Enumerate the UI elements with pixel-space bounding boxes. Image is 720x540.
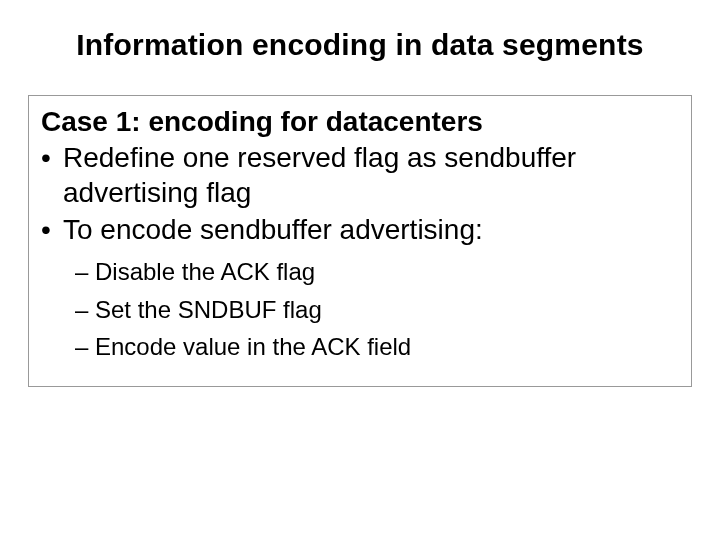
- bullet-item: •Redefine one reserved flag as sendbuffe…: [41, 140, 679, 210]
- bullet-list: •Redefine one reserved flag as sendbuffe…: [41, 140, 679, 247]
- subbullet-text: Encode value in the ACK field: [95, 333, 411, 360]
- dash-icon: –: [75, 255, 95, 289]
- dash-icon: –: [75, 330, 95, 364]
- case-subhead: Case 1: encoding for datacenters: [41, 106, 679, 138]
- slide: Information encoding in data segments Ca…: [0, 0, 720, 540]
- subbullet-list: –Disable the ACK flag –Set the SNDBUF fl…: [41, 255, 679, 364]
- subbullet-text: Disable the ACK flag: [95, 258, 315, 285]
- bullet-icon: •: [41, 140, 63, 175]
- subbullet-text: Set the SNDBUF flag: [95, 296, 322, 323]
- slide-title: Information encoding in data segments: [0, 28, 720, 61]
- content-box: Case 1: encoding for datacenters •Redefi…: [28, 95, 692, 387]
- bullet-text: To encode sendbuffer advertising:: [63, 214, 483, 245]
- bullet-icon: •: [41, 212, 63, 247]
- subbullet-item: –Disable the ACK flag: [75, 255, 679, 289]
- bullet-item: •To encode sendbuffer advertising:: [41, 212, 679, 247]
- bullet-text: Redefine one reserved flag as sendbuffer…: [63, 142, 576, 208]
- subbullet-item: –Encode value in the ACK field: [75, 330, 679, 364]
- subbullet-item: –Set the SNDBUF flag: [75, 293, 679, 327]
- dash-icon: –: [75, 293, 95, 327]
